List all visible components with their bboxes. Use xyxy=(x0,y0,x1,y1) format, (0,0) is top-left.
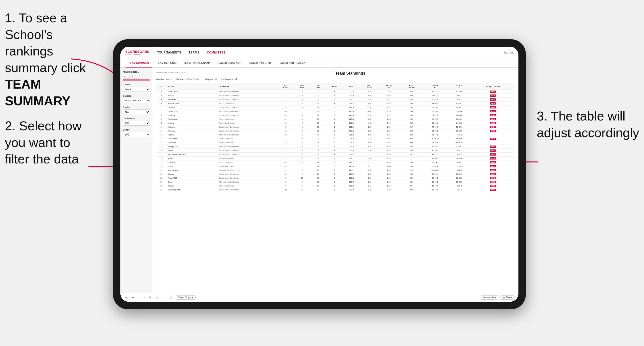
table-row: 26 Mississippi State Southeastern Confer… xyxy=(156,188,514,192)
nav-tournaments[interactable]: TOURNAMENTS xyxy=(157,51,181,54)
filter-minimum-rounds: Minimum Rou... - xyxy=(123,71,150,80)
redo-button[interactable]: ↪ xyxy=(131,296,135,300)
table-header-section: Update time: 27/03/2024 16:56:26 Team St… xyxy=(156,71,514,76)
cell-vs-top25: 14-21-0 xyxy=(447,121,471,125)
min-rounds-val1[interactable] xyxy=(123,74,130,79)
cell-no-tour: 18 xyxy=(310,113,326,117)
region-filter-display: Region: All xyxy=(206,78,217,80)
division-label: Division xyxy=(123,95,150,97)
cell-overall: 104-43-2 xyxy=(423,137,447,141)
cell-vs-top25: 23-13-0 xyxy=(447,129,471,133)
cell-reg-rank: - 10 xyxy=(277,188,294,192)
score-badge: 80.71 xyxy=(490,130,496,132)
cell-vs-top25: 4-21-0 xyxy=(447,188,471,192)
col-conf-rank: ConfRank xyxy=(294,83,310,90)
cell-school: Duke xyxy=(166,180,218,184)
back-button[interactable]: ‹ xyxy=(138,296,140,300)
school-select[interactable]: (All) xyxy=(123,132,150,137)
cell-rank: 11 xyxy=(156,129,166,133)
view-original-button[interactable]: View: Original xyxy=(176,296,196,300)
copy-button[interactable]: ⧉ xyxy=(155,296,159,300)
cell-avg-sg: 1.85 xyxy=(378,141,399,145)
tablet-screen: SCOREBOARD Powered by clippi TOURNAMENTS… xyxy=(120,47,518,302)
cell-overall: 83-25-0 xyxy=(423,161,447,165)
cell-avg-low: 265 xyxy=(399,102,423,106)
cell-school: Georgia Tech xyxy=(166,145,218,149)
cell-conference: Southeastern Conference xyxy=(218,125,277,129)
table-row: 21 New Mexico Mountain West Conference -… xyxy=(156,168,514,172)
cell-vs-top50: 42.98 xyxy=(471,180,514,184)
cell-rank: 8 xyxy=(156,117,166,121)
cell-wins: 276.2 xyxy=(343,121,360,125)
cell-vs-top25: 15-32-0 xyxy=(447,137,471,141)
nav-teams[interactable]: TEAMS xyxy=(189,51,200,54)
cell-wins: 279.1 xyxy=(343,157,360,161)
cell-wins: 276.2 xyxy=(343,145,360,149)
cell-rnds: 1 xyxy=(326,157,343,161)
tab-player-h2h-heatmap[interactable]: PLAYER H2H HEATMAP xyxy=(275,59,310,67)
cell-wins: 275.9 xyxy=(343,109,360,113)
cell-adj-score: -4.0 xyxy=(360,102,378,106)
update-time: Update time: 27/03/2024 16:56:26 xyxy=(156,71,186,74)
cell-rank: 1 xyxy=(156,90,166,94)
cell-reg-rank: - 8 xyxy=(277,133,294,137)
tab-team-h2h-grid[interactable]: TEAM H2H GRID xyxy=(153,59,180,67)
cell-vs-top25: 17-33-38 xyxy=(447,165,471,168)
cell-avg-sg: 2.70 xyxy=(378,90,399,94)
col-adj-score: Adj.Score xyxy=(360,83,378,90)
tab-player-h2h-grid[interactable]: PLAYER H2H GRID xyxy=(245,59,274,67)
sign-out-link[interactable]: Sign out xyxy=(504,51,514,54)
score-badge: 80.47 xyxy=(490,146,496,148)
cell-avg-low: 262 xyxy=(399,90,423,94)
cell-avg-low: 268 xyxy=(399,133,423,137)
cell-reg-rank: - 1 xyxy=(277,94,294,98)
cell-avg-low: 267 xyxy=(399,153,423,157)
cell-adj-score: -6.0 xyxy=(360,133,378,137)
table-row: 19 California Pac-12 Conference - 4 8 24… xyxy=(156,161,514,165)
clock-button[interactable]: 🕐 xyxy=(168,296,174,300)
cell-adj-score: -6.2 xyxy=(360,98,378,102)
score-badge: 88.13 xyxy=(490,189,496,191)
cell-school: Florida State xyxy=(166,109,218,113)
cell-adj-score: -1.4 xyxy=(360,157,378,161)
undo-button[interactable]: ↩ xyxy=(124,296,128,300)
forward-button[interactable]: › xyxy=(143,296,146,300)
score-badge: 83.27 xyxy=(490,106,496,108)
rounds-slider[interactable] xyxy=(123,79,150,80)
cell-no-tour: 27 xyxy=(310,137,326,141)
cell-rank: 26 xyxy=(156,188,166,192)
cell-rnds: 1 xyxy=(326,106,343,109)
watch-button[interactable]: 👁 Watch ▾ xyxy=(481,296,498,300)
tab-team-summary[interactable]: TEAM SUMMARY xyxy=(125,59,152,67)
cell-rank: 7 xyxy=(156,113,166,117)
cell-vs-top25: 9-14-0 xyxy=(447,161,471,165)
cell-overall: 100-27-1 xyxy=(423,102,447,106)
cell-avg-low: 265 xyxy=(399,113,423,117)
table-row: 13 Texas Tech Big 12 Conference - 1 9 27… xyxy=(156,137,514,141)
cell-conference: Pac-12 Conference xyxy=(218,121,277,125)
tab-player-summary[interactable]: PLAYER SUMMARY xyxy=(214,59,244,67)
settings-button[interactable]: ⚙ xyxy=(148,296,152,300)
tab-team-h2h-heatmap[interactable]: TEAM H2H HEATMAP xyxy=(180,59,213,67)
cell-avg-sg: 1.98 xyxy=(378,117,399,121)
cell-vs-top50: 82.23 xyxy=(471,121,514,125)
nav-committee[interactable]: COMMITTEE xyxy=(207,51,226,54)
region-select[interactable]: N/A All xyxy=(123,109,150,114)
cell-adj-score: -4.8 xyxy=(360,141,378,145)
cell-no-tour: 26 xyxy=(310,102,326,106)
cell-rank: 23 xyxy=(156,176,166,180)
gender-select[interactable]: Men's Women's xyxy=(123,87,150,92)
score-badge: 85.58 xyxy=(490,102,496,105)
cell-reg-rank: - 7 xyxy=(277,149,294,153)
more-button[interactable]: ··· xyxy=(162,296,166,300)
cell-adj-score: -4.0 xyxy=(360,94,378,98)
cell-avg-sg: 2.52 xyxy=(378,102,399,106)
share-button[interactable]: ⊞ Share xyxy=(500,296,514,300)
cell-conf-rank: 8 xyxy=(294,161,310,165)
division-select[interactable]: NCAA Division I NCAA Division II NAIA xyxy=(123,98,150,103)
gender-label: Gender xyxy=(123,83,150,86)
conference-select[interactable]: (All) xyxy=(123,121,150,126)
cell-vs-top25: 30-4-0 xyxy=(447,94,471,98)
min-rounds-val2[interactable] xyxy=(132,74,139,79)
table-row: 23 Texas A&M Southeastern Conference - 9… xyxy=(156,176,514,180)
